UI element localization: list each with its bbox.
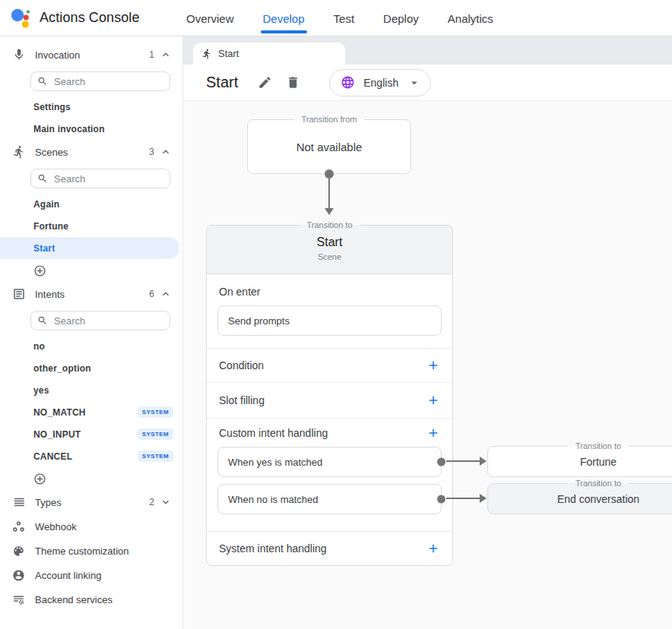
person-circle-icon <box>12 569 25 582</box>
nav-overview[interactable]: Overview <box>186 0 234 36</box>
send-prompts-button[interactable]: Send prompts <box>217 305 442 336</box>
section-count: 1 <box>149 49 154 60</box>
article-icon <box>12 287 26 301</box>
arrowhead-right <box>480 494 487 503</box>
link-label: Theme customization <box>35 545 129 557</box>
sidebar-item-backend-services[interactable]: Backend services <box>0 587 182 612</box>
edit-button[interactable] <box>255 72 275 93</box>
section-invocation[interactable]: Invocation 1 <box>0 43 182 67</box>
app-title: Actions Console <box>40 10 140 26</box>
add-intent-button[interactable] <box>0 467 182 490</box>
handler-when-no[interactable]: When no is matched <box>217 484 442 514</box>
link-label: Webhook <box>35 521 77 533</box>
chevron-down-icon <box>160 496 172 508</box>
add-condition-button[interactable] <box>426 359 440 372</box>
trash-icon <box>286 75 300 90</box>
nav-develop[interactable]: Develop <box>263 0 305 36</box>
sidebar-item-yes[interactable]: yes <box>0 379 182 401</box>
sidebar-item-no-match[interactable]: NO_MATCH SYSTEM <box>0 401 182 423</box>
plus-icon <box>426 542 440 555</box>
sidebar-item-other-option[interactable]: other_option <box>0 357 182 379</box>
scenes-search <box>30 169 170 188</box>
search-input[interactable] <box>54 76 183 87</box>
sidebar-item-theme-customization[interactable]: Theme customization <box>0 539 182 563</box>
intents-search <box>30 311 170 330</box>
search-icon <box>37 315 48 326</box>
add-slot-button[interactable] <box>426 394 440 407</box>
handler-label: When yes is matched <box>228 457 322 468</box>
nodes-icon <box>12 520 25 533</box>
sidebar-item-main-invocation[interactable]: Main invocation <box>0 118 182 140</box>
section-count: 3 <box>149 147 154 157</box>
connector-line <box>446 460 480 462</box>
transition-target-fortune[interactable]: Transition to Fortune <box>487 446 672 477</box>
chevron-up-icon <box>160 49 172 61</box>
running-person-icon <box>201 49 212 59</box>
sidebar-item-start[interactable]: Start <box>0 237 179 259</box>
system-intent-label: System intent handling <box>219 542 327 555</box>
tab-bar: Start <box>183 36 672 65</box>
scene-title: Start <box>206 74 238 91</box>
sidebar-item-fortune[interactable]: Fortune <box>0 215 182 237</box>
plus-circle-icon <box>33 264 46 277</box>
connector-dot <box>437 458 445 466</box>
search-icon <box>37 76 48 87</box>
section-count: 6 <box>149 289 154 299</box>
on-enter-section: On enter Send prompts <box>207 274 452 348</box>
transition-target-end-conversation[interactable]: Transition to End conversation <box>487 483 672 514</box>
top-nav: Overview Develop Test Deploy Analytics <box>186 0 493 36</box>
handler-label: When no is matched <box>228 494 319 505</box>
app-header: Actions Console Overview Develop Test De… <box>0 0 672 36</box>
sidebar-item-account-linking[interactable]: Account linking <box>0 563 182 587</box>
sidebar-item-cancel[interactable]: CANCEL SYSTEM <box>0 445 182 467</box>
nav-analytics[interactable]: Analytics <box>448 0 493 36</box>
add-system-intent-button[interactable] <box>426 542 440 555</box>
mic-icon <box>12 48 26 62</box>
connector-dot <box>437 495 445 504</box>
search-input[interactable] <box>54 315 183 327</box>
globe-icon <box>341 75 355 90</box>
transition-from-value: Not available <box>296 141 363 153</box>
transition-to-legend: Transition to <box>568 479 629 488</box>
caret-down-icon <box>407 76 421 90</box>
link-label: Backend services <box>35 594 113 605</box>
nav-deploy[interactable]: Deploy <box>383 0 419 36</box>
sidebar-item-no-input[interactable]: NO_INPUT SYSTEM <box>0 423 182 445</box>
list-gear-icon <box>12 593 25 606</box>
section-count: 2 <box>149 497 154 507</box>
palette-icon <box>12 545 25 558</box>
slot-filling-label: Slot filling <box>219 394 265 406</box>
main-area: Start Start English Transition from Not … <box>183 36 672 629</box>
section-label: Intents <box>35 289 65 300</box>
language-selector[interactable]: English <box>329 69 431 96</box>
transition-from-legend: Transition from <box>294 115 365 124</box>
transition-to-legend: Transition to <box>299 220 360 229</box>
handler-when-yes[interactable]: When yes is matched <box>217 447 442 477</box>
invocation-search <box>30 71 170 91</box>
connector-line <box>446 498 480 499</box>
sidebar-item-no[interactable]: no <box>0 335 182 357</box>
section-intents[interactable]: Intents 6 <box>0 282 182 306</box>
sidebar-item-settings[interactable]: Settings <box>0 96 182 118</box>
add-custom-intent-button[interactable] <box>426 426 440 440</box>
plus-icon <box>426 394 440 407</box>
scene-canvas: Transition from Not available Transition… <box>183 101 672 629</box>
intent-label: NO_INPUT <box>33 429 81 440</box>
section-types[interactable]: Types 2 <box>0 490 182 514</box>
sidebar-item-webhook[interactable]: Webhook <box>0 514 182 539</box>
section-scenes[interactable]: Scenes 3 <box>0 140 182 164</box>
system-intent-row: System intent handling <box>207 531 452 565</box>
plus-icon <box>426 426 440 440</box>
section-label: Invocation <box>35 49 80 61</box>
plus-circle-icon <box>33 473 46 485</box>
sidebar-item-again[interactable]: Again <box>0 193 182 215</box>
tab-start[interactable]: Start <box>193 43 345 65</box>
custom-intent-label: Custom intent handling <box>219 427 328 439</box>
nav-test[interactable]: Test <box>334 0 355 36</box>
scene-card-subtitle: Scene <box>207 252 452 261</box>
custom-intent-section: Custom intent handling When yes is match… <box>207 418 452 531</box>
search-input[interactable] <box>54 173 183 185</box>
delete-button[interactable] <box>283 72 303 93</box>
add-scene-button[interactable] <box>0 259 182 282</box>
search-icon <box>37 173 48 184</box>
